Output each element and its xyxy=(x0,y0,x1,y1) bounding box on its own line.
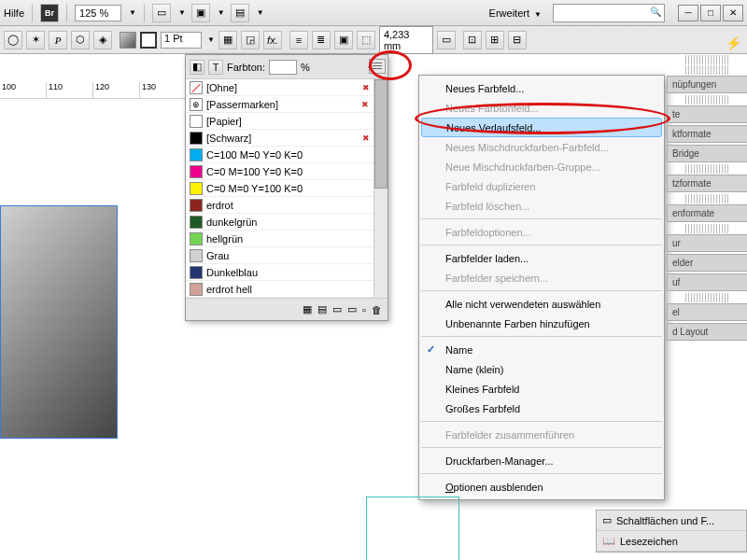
view-mode-button-1[interactable]: ▭ xyxy=(152,4,171,22)
panel-tab[interactable]: Bridge xyxy=(667,145,747,162)
fill-toggle-icon[interactable]: ◧ xyxy=(190,60,204,75)
panel-tab[interactable]: ktformate xyxy=(667,125,747,143)
buttons-panel-tab[interactable]: ▭Schaltflächen und F... xyxy=(597,511,746,531)
swatch-row[interactable]: hellgrün xyxy=(186,231,388,247)
swatch-row[interactable]: [Papier] xyxy=(186,113,388,130)
lightning-icon[interactable]: ⚡ xyxy=(726,35,741,50)
menu-item: Neue Mischdruckfarben-Gruppe... xyxy=(419,157,664,176)
panel-tab[interactable]: elder xyxy=(667,254,747,272)
stroke-swatch[interactable] xyxy=(140,32,157,49)
fit-icon[interactable]: ⊡ xyxy=(463,31,482,49)
panel-tab[interactable]: tzformate xyxy=(667,175,747,192)
frame-icon[interactable]: ▭ xyxy=(437,31,456,49)
swatch-row[interactable]: C=0 M=100 Y=0 K=0 xyxy=(186,163,388,180)
search-icon: 🔍 xyxy=(650,7,661,17)
fit-icon[interactable]: ⊟ xyxy=(508,31,527,49)
menu-item[interactable]: Alle nicht verwendeten auswählen xyxy=(419,294,664,314)
view-icon[interactable]: ▦ xyxy=(303,303,312,315)
selected-gradient-frame[interactable] xyxy=(0,205,118,439)
panel-grip[interactable] xyxy=(685,194,728,203)
trash-icon[interactable]: 🗑 xyxy=(372,304,382,315)
menu-item[interactable]: Druckfarben-Manager... xyxy=(419,451,664,470)
menu-item[interactable]: ✓Name xyxy=(419,340,664,359)
tool-icon[interactable]: ◯ xyxy=(4,31,22,49)
panel-tab[interactable]: d Layout xyxy=(667,323,747,341)
menu-item[interactable]: Unbenannte Farben hinzufügen xyxy=(419,314,664,333)
new-swatch-icon[interactable]: ▭ xyxy=(332,303,342,315)
close-button[interactable]: ✕ xyxy=(723,5,743,21)
menu-item[interactable]: Name (klein) xyxy=(419,359,664,379)
fx-icon[interactable]: fx. xyxy=(263,31,282,49)
align-icon[interactable]: ≣ xyxy=(312,31,331,49)
view-mode-button-2[interactable]: ▣ xyxy=(191,4,210,22)
panel-tab[interactable]: uf xyxy=(667,273,747,291)
panel-tab[interactable]: ur xyxy=(667,234,747,252)
search-input[interactable] xyxy=(553,4,665,22)
measure-field[interactable]: 4,233 mm xyxy=(379,26,433,54)
panel-tab[interactable]: nüpfungen xyxy=(667,76,747,93)
panel-menu-button[interactable] xyxy=(369,59,386,74)
toolbar-icon[interactable]: ◲ xyxy=(241,31,260,49)
panel-tab[interactable]: el xyxy=(667,303,747,321)
workspace-selector[interactable]: Erweitert ▼ xyxy=(484,6,547,21)
wrap-icon[interactable]: ⬚ xyxy=(357,31,375,49)
panel-grip[interactable] xyxy=(685,95,728,105)
swatch-row[interactable]: [Schwarz]✖ xyxy=(186,130,388,147)
help-menu[interactable]: Hilfe xyxy=(4,7,24,19)
wrap-icon[interactable]: ▣ xyxy=(334,31,353,49)
maximize-button[interactable]: □ xyxy=(700,5,721,21)
tint-unit: % xyxy=(301,62,310,73)
menu-item[interactable]: Optionen ausblenden xyxy=(419,477,664,497)
panel-grip[interactable] xyxy=(685,55,728,64)
swatch-row[interactable]: [Ohne]✖ xyxy=(186,79,388,96)
tool-icon[interactable]: ✶ xyxy=(26,31,45,49)
swatch-row[interactable]: Dunkelblau xyxy=(186,264,388,281)
swatch-row[interactable]: ⊕[Passermarken]✖⊕ xyxy=(186,96,388,113)
zoom-dropdown-icon[interactable]: ▼ xyxy=(129,8,136,17)
fill-swatch[interactable] xyxy=(120,32,136,49)
swatch-name: [Papier] xyxy=(206,116,380,127)
panel-grip[interactable] xyxy=(685,224,728,233)
menu-item: Neues Mischdruckfarben-Farbfeld... xyxy=(419,137,664,157)
swatch-chip xyxy=(190,283,203,296)
menu-item[interactable]: Kleines Farbfeld xyxy=(419,379,664,399)
swatch-row[interactable]: C=100 M=0 Y=0 K=0 xyxy=(186,147,388,163)
paragraph-tool-icon[interactable]: P xyxy=(49,31,67,49)
align-icon[interactable]: ≡ xyxy=(289,31,308,49)
minimize-button[interactable]: ─ xyxy=(678,5,698,21)
scrollbar[interactable] xyxy=(374,79,388,298)
menu-item[interactable]: Großes Farbfeld xyxy=(419,399,664,418)
control-toolbar: ◯ ✶ P ⬡ ◈ 1 Pt▼ ▦ ◲ fx. ≡ ≣ ▣ ⬚ 4,233 mm… xyxy=(0,26,747,54)
panel-grip[interactable] xyxy=(685,164,728,174)
bridge-button[interactable]: Br xyxy=(40,4,59,22)
toolbar-icon[interactable]: ▦ xyxy=(218,31,237,49)
swatch-row[interactable]: dunkelgrün xyxy=(186,214,388,231)
swatch-name: C=0 M=100 Y=0 K=0 xyxy=(206,166,370,177)
new-swatch-icon[interactable]: ▫ xyxy=(362,304,366,315)
menu-item[interactable]: Farbfelder laden... xyxy=(419,248,664,268)
swatch-row[interactable]: C=0 M=0 Y=100 K=0 xyxy=(186,180,388,197)
menu-item[interactable]: Neues Farbfeld... xyxy=(419,78,664,98)
non-editable-icon: ✖ xyxy=(360,133,372,144)
arrange-button[interactable]: ▤ xyxy=(231,4,249,22)
panel-tab[interactable]: te xyxy=(667,105,747,123)
menu-item: Farbfeld löschen... xyxy=(419,196,664,216)
swatch-row[interactable]: erdrot xyxy=(186,197,388,214)
tint-value-field[interactable] xyxy=(269,60,297,75)
text-toggle-icon[interactable]: T xyxy=(208,60,223,75)
panel-grip[interactable] xyxy=(685,293,728,302)
swatch-row[interactable]: Grau xyxy=(186,247,388,264)
stroke-weight-field[interactable]: 1 Pt xyxy=(161,32,202,49)
bookmarks-panel-tab[interactable]: 📖Lesezeichen xyxy=(597,531,746,552)
menu-item[interactable]: Neues Verlaufsfeld... xyxy=(421,118,662,137)
panel-grip[interactable] xyxy=(685,65,728,75)
tool-icon[interactable]: ◈ xyxy=(93,31,112,49)
view-icon[interactable]: ▤ xyxy=(317,303,327,315)
panel-tab[interactable]: enformate xyxy=(667,204,747,222)
zoom-level-field[interactable]: 125 % xyxy=(75,5,121,21)
new-swatch-icon[interactable]: ▭ xyxy=(347,303,357,315)
swatch-name: erdrot hell xyxy=(206,284,370,295)
swatch-row[interactable]: erdrot hell xyxy=(186,281,388,298)
fit-icon[interactable]: ⊞ xyxy=(486,31,504,49)
tool-icon[interactable]: ⬡ xyxy=(71,31,90,49)
